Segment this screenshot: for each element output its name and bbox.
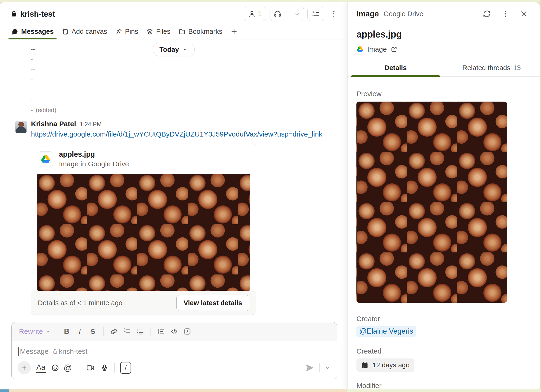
google-drive-icon (356, 46, 364, 53)
google-drive-icon (41, 155, 51, 163)
chevron-down-icon (182, 47, 188, 52)
lock-icon (52, 349, 58, 354)
bullet-list-icon (136, 327, 144, 336)
panel-kebab-menu[interactable] (502, 10, 510, 18)
chevron-down-icon (324, 365, 331, 371)
formatting-toggle-button[interactable]: Aa (36, 363, 46, 373)
view-latest-details-button[interactable]: View latest details (176, 295, 249, 311)
canvas-shortcuts-button[interactable] (307, 7, 324, 21)
message-author[interactable]: Krishna Patel (31, 120, 76, 128)
actions-divider (80, 363, 80, 372)
created-date-chip[interactable]: 12 days ago (356, 358, 414, 372)
date-label: Today (159, 46, 179, 53)
message-timestamp[interactable]: 1:24 PM (80, 121, 102, 128)
microphone-icon (100, 364, 109, 372)
creator-label: Creator (356, 315, 540, 323)
person-icon (248, 10, 256, 18)
bullet-list-button[interactable] (134, 325, 147, 338)
panel-details-body[interactable]: Preview Creator @Elaine Vegeris Created … (348, 77, 540, 389)
message-row[interactable]: -(edited) (31, 105, 347, 115)
send-button[interactable] (305, 363, 314, 372)
sparkle-list-icon (312, 10, 320, 18)
bold-button[interactable]: B (60, 325, 73, 338)
rewrite-dropdown[interactable]: Rewrite (17, 327, 52, 336)
tab-label: Add canvas (72, 28, 107, 36)
huddle-divider (288, 10, 288, 18)
avatar[interactable] (15, 121, 27, 133)
blockquote-button[interactable] (155, 325, 168, 338)
message-input[interactable]: Message krish-test (11, 341, 337, 357)
preview-label: Preview (356, 90, 540, 98)
composer-toolbar: Rewrite B I S 12 (11, 322, 337, 341)
channel-header: krish-test 1 (0, 2, 347, 24)
audio-clip-button[interactable] (100, 364, 109, 372)
message-list[interactable]: Today -- - -- - -- - -(edited) Krishna P… (0, 39, 347, 318)
placeholder-prefix: Message (20, 347, 49, 355)
rewrite-label: Rewrite (19, 327, 43, 336)
mention-button[interactable]: @ (64, 363, 72, 372)
channel-name: krish-test (20, 9, 55, 19)
message-text: - (31, 106, 33, 113)
ordered-list-icon: 12 (123, 327, 131, 336)
google-drive-app-tile (38, 151, 53, 167)
huddle-button[interactable] (270, 7, 304, 21)
refresh-button[interactable] (482, 9, 491, 18)
related-threads-count: 13 (513, 64, 521, 71)
strikethrough-button[interactable]: S (86, 325, 99, 338)
code-button[interactable] (168, 325, 181, 338)
tab-label: Related threads (462, 64, 510, 71)
tab-messages[interactable]: Messages (8, 24, 57, 39)
tab-bookmarks[interactable]: Bookmarks (175, 24, 226, 39)
ordered-list-button[interactable]: 12 (120, 325, 134, 338)
tab-pins[interactable]: Pins (112, 24, 141, 39)
code-block-button[interactable] (181, 325, 194, 338)
channel-title-button[interactable]: krish-test (10, 9, 55, 19)
tab-files[interactable]: Files (143, 24, 174, 39)
card-file-kind: Image in Google Drive (59, 160, 129, 168)
message-row[interactable]: - (31, 95, 347, 105)
close-panel-button[interactable] (520, 10, 528, 18)
message-row[interactable]: -- (31, 64, 347, 74)
plus-icon (230, 28, 238, 36)
send-options-button[interactable] (324, 365, 331, 371)
creator-mention[interactable]: @Elaine Vegeris (356, 326, 416, 337)
message-group[interactable]: Krishna Patel 1:24 PM https://drive.goog… (15, 120, 339, 315)
channel-kebab-menu[interactable] (328, 10, 340, 18)
file-preview-image[interactable] (356, 102, 507, 303)
file-summary: apples.jpg Image (348, 25, 540, 53)
italic-button[interactable]: I (73, 325, 86, 338)
placeholder-channel: krish-test (59, 347, 88, 355)
tab-related-threads[interactable]: Related threads13 (443, 59, 540, 76)
tab-add-canvas[interactable]: Add canvas (58, 24, 111, 39)
tab-add-plus[interactable] (227, 24, 241, 39)
tab-details[interactable]: Details (348, 59, 443, 76)
files-stack-icon (146, 28, 153, 35)
date-separator-button[interactable]: Today (153, 43, 195, 56)
emoji-button[interactable] (51, 364, 59, 372)
chat-bubble-icon (11, 28, 18, 35)
modifier-label: Modifier (356, 382, 540, 389)
video-camera-icon (86, 363, 95, 372)
message-composer[interactable]: Rewrite B I S 12 (11, 322, 337, 379)
kebab-icon (502, 10, 510, 18)
message-row[interactable]: -- (31, 84, 347, 95)
huddle-chevron-icon[interactable] (290, 7, 304, 21)
message-row[interactable]: - (31, 74, 347, 84)
toolbar-divider (151, 327, 151, 336)
text-cursor (18, 347, 19, 356)
members-button[interactable]: 1 (244, 7, 266, 21)
card-image-preview[interactable] (37, 174, 250, 291)
card-file-name[interactable]: apples.jpg (59, 150, 129, 158)
headphones-icon[interactable] (270, 7, 285, 21)
video-clip-button[interactable] (86, 363, 95, 372)
send-icon (305, 363, 314, 372)
attach-button[interactable] (18, 361, 31, 374)
drive-link[interactable]: https://drive.google.com/file/d/1j_wYCUt… (31, 130, 323, 138)
link-button[interactable] (107, 325, 120, 338)
slash-commands-button[interactable]: / (120, 362, 131, 374)
drive-unfurl-card: apples.jpg Image in Google Drive Details… (31, 144, 256, 315)
slack-window: krish-test 1 (0, 2, 540, 389)
smiley-icon (51, 364, 59, 372)
external-link-button[interactable] (390, 46, 398, 53)
created-label: Created (356, 347, 540, 355)
